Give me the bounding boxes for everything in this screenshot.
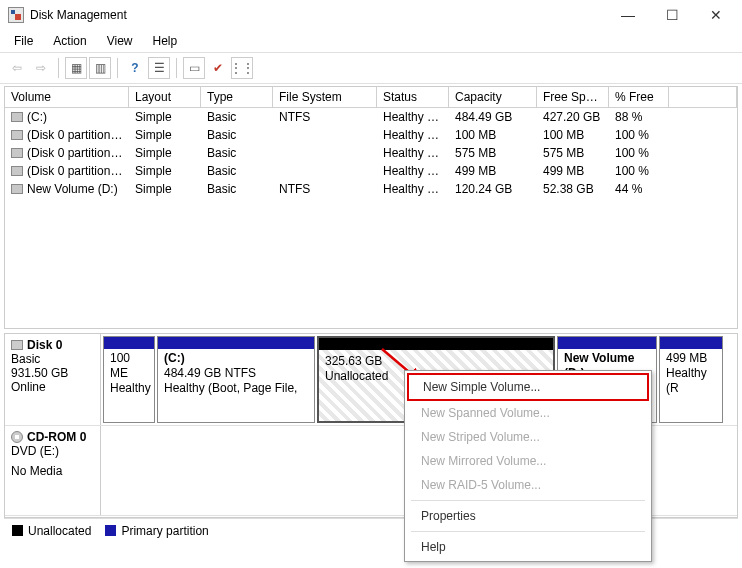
minimize-button[interactable]: — <box>606 1 650 29</box>
partition-status: Healthy (Boot, Page File, <box>164 381 308 396</box>
column-status[interactable]: Status <box>377 87 449 107</box>
partition-size: 499 MB <box>666 351 716 366</box>
ctx-new-striped-volume[interactable]: New Striped Volume... <box>407 425 649 449</box>
disk-size: 931.50 GB <box>11 366 94 380</box>
legend-swatch-unallocated-icon <box>12 525 23 536</box>
disk-name: Disk 0 <box>27 338 62 352</box>
partition-cap-icon <box>660 337 722 349</box>
legend-primary-label: Primary partition <box>121 524 208 538</box>
volume-row[interactable]: (Disk 0 partition 6)SimpleBasicHealthy (… <box>5 162 737 180</box>
app-icon <box>8 7 24 23</box>
help-icon[interactable]: ? <box>124 57 146 79</box>
column-capacity[interactable]: Capacity <box>449 87 537 107</box>
partition-c[interactable]: (C:) 484.49 GB NTFS Healthy (Boot, Page … <box>157 336 315 423</box>
table-view-button[interactable]: ▦ <box>65 57 87 79</box>
legend-unallocated: Unallocated <box>12 524 91 538</box>
column-volume[interactable]: Volume <box>5 87 129 107</box>
partition-name: (C:) <box>164 351 308 366</box>
partition-efi[interactable]: 100 ME Healthy <box>103 336 155 423</box>
toolbar-separator <box>117 58 118 78</box>
ctx-divider <box>411 500 645 501</box>
menu-bar: File Action View Help <box>0 30 742 52</box>
toolbar-separator <box>58 58 59 78</box>
cdrom-label[interactable]: CD-ROM 0 DVD (E:) No Media <box>5 426 101 515</box>
volume-row[interactable]: (Disk 0 partition 1)SimpleBasicHealthy (… <box>5 126 737 144</box>
ctx-help[interactable]: Help <box>407 535 649 559</box>
partition-cap-icon <box>104 337 154 349</box>
column-layout[interactable]: Layout <box>129 87 201 107</box>
volume-icon <box>11 166 23 176</box>
list-icon[interactable]: ⋮⋮ <box>231 57 253 79</box>
column-file-system[interactable]: File System <box>273 87 377 107</box>
partition-size: 100 ME <box>110 351 148 381</box>
menu-help[interactable]: Help <box>143 32 188 50</box>
volume-list: Volume Layout Type File System Status Ca… <box>4 86 738 329</box>
partition-size: 325.63 GB <box>325 354 547 369</box>
partition-status: Healthy <box>110 381 148 396</box>
column-spacer <box>669 87 737 107</box>
ctx-properties[interactable]: Properties <box>407 504 649 528</box>
menu-action[interactable]: Action <box>43 32 96 50</box>
close-button[interactable]: ✕ <box>694 1 738 29</box>
ctx-new-mirrored-volume[interactable]: New Mirrored Volume... <box>407 449 649 473</box>
disk-state: Online <box>11 380 94 394</box>
window-title: Disk Management <box>30 8 606 22</box>
disk-icon <box>11 340 23 350</box>
volume-list-header: Volume Layout Type File System Status Ca… <box>5 87 737 108</box>
cdrom-name: CD-ROM 0 <box>27 430 86 444</box>
ctx-new-spanned-volume[interactable]: New Spanned Volume... <box>407 401 649 425</box>
back-button[interactable]: ⇦ <box>6 57 28 79</box>
check-icon[interactable]: ✔ <box>207 57 229 79</box>
title-bar: Disk Management — ☐ ✕ <box>0 0 742 30</box>
maximize-button[interactable]: ☐ <box>650 1 694 29</box>
refresh-icon[interactable]: ▭ <box>183 57 205 79</box>
partition-recovery[interactable]: 499 MB Healthy (R <box>659 336 723 423</box>
ctx-divider <box>411 531 645 532</box>
column-free-space[interactable]: Free Spa... <box>537 87 609 107</box>
disk-kind: Basic <box>11 352 94 366</box>
toolbar: ⇦ ⇨ ▦ ▥ ? ☰ ▭ ✔ ⋮⋮ <box>0 52 742 84</box>
ctx-new-raid5-volume[interactable]: New RAID-5 Volume... <box>407 473 649 497</box>
partition-status: Healthy (R <box>666 366 716 396</box>
partition-cap-icon <box>319 338 553 350</box>
legend-primary: Primary partition <box>105 524 208 538</box>
volume-row[interactable]: (C:)SimpleBasicNTFSHealthy (B...484.49 G… <box>5 108 737 126</box>
volume-row[interactable]: (Disk 0 partition 4)SimpleBasicHealthy (… <box>5 144 737 162</box>
cdrom-drive: DVD (E:) <box>11 444 94 458</box>
partition-cap-icon <box>558 337 656 349</box>
volume-icon <box>11 148 23 158</box>
column-type[interactable]: Type <box>201 87 273 107</box>
volume-icon <box>11 112 23 122</box>
cdrom-state: No Media <box>11 464 94 478</box>
column-percent-free[interactable]: % Free <box>609 87 669 107</box>
partition-size: 484.49 GB NTFS <box>164 366 308 381</box>
graphic-view-button[interactable]: ▥ <box>89 57 111 79</box>
menu-view[interactable]: View <box>97 32 143 50</box>
disk-label[interactable]: Disk 0 Basic 931.50 GB Online <box>5 334 101 425</box>
cdrom-icon <box>11 431 23 443</box>
properties-icon[interactable]: ☰ <box>148 57 170 79</box>
legend-unallocated-label: Unallocated <box>28 524 91 538</box>
ctx-new-simple-volume[interactable]: New Simple Volume... <box>407 373 649 401</box>
volume-list-body: (C:)SimpleBasicNTFSHealthy (B...484.49 G… <box>5 108 737 328</box>
volume-icon <box>11 130 23 140</box>
toolbar-separator <box>176 58 177 78</box>
menu-file[interactable]: File <box>4 32 43 50</box>
partition-cap-icon <box>158 337 314 349</box>
volume-row[interactable]: New Volume (D:)SimpleBasicNTFSHealthy (B… <box>5 180 737 198</box>
forward-button[interactable]: ⇨ <box>30 57 52 79</box>
context-menu: New Simple Volume... New Spanned Volume.… <box>404 370 652 562</box>
volume-icon <box>11 184 23 194</box>
legend-swatch-primary-icon <box>105 525 116 536</box>
